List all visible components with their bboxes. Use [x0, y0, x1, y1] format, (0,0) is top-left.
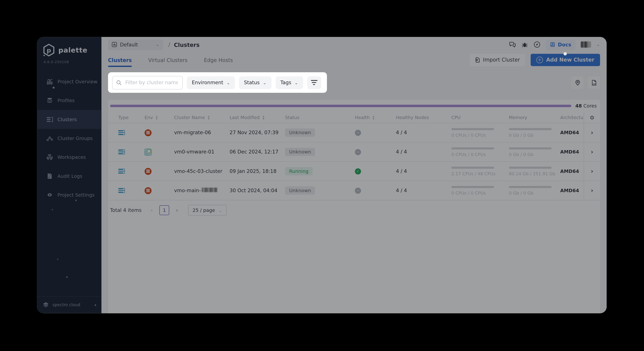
status-badge: Unknown	[285, 148, 315, 156]
project-icon	[112, 42, 117, 47]
sidebar-item-workspaces[interactable]: Workspaces	[37, 148, 102, 167]
healthy-nodes: 4 / 4	[396, 130, 407, 136]
sidebar-item-project-overview[interactable]: Project Overview	[37, 72, 102, 91]
environment-filter[interactable]: Environment ⌄	[187, 76, 235, 89]
cluster-name[interactable]: vmo-main-	[174, 188, 217, 193]
health-unknown-icon: −	[355, 129, 361, 136]
table-body: vm-migrate-06 27 Nov 2024, 07:39 Unknown…	[108, 123, 600, 200]
decor-dot	[52, 87, 54, 89]
tags-filter[interactable]: Tags ⌄	[276, 76, 303, 89]
col-memory: Memory	[503, 112, 558, 123]
cluster-name[interactable]: vm0-vmware-01	[174, 149, 214, 155]
architecture: AMD64	[560, 188, 579, 193]
memory-value: 0 Gb / 0 Gb	[509, 132, 552, 137]
sidebar-item-cluster-groups[interactable]: Cluster Groups	[37, 129, 102, 148]
status-filter[interactable]: Status ⌄	[239, 76, 271, 89]
clusters-card: 48 Cores Type Env▲▼ Cluster Name▲▼ Last …	[108, 100, 600, 313]
cpu-value: 0 CPUs / 0 CPUs	[452, 190, 494, 195]
row-chevron-right-icon[interactable]: ›	[591, 129, 593, 136]
table-row[interactable]: vm0-vmware-01 06 Dec 2024, 12:17 Unknown…	[108, 142, 600, 161]
palette-logo-icon: p	[43, 43, 55, 57]
export-csv-button[interactable]: csv	[588, 76, 600, 89]
tab-edge-hosts[interactable]: Edge Hosts	[204, 57, 233, 67]
cores-value: 48	[575, 103, 582, 109]
cpu-value: 0 CPUs / 0 CPUs	[452, 132, 494, 137]
bug-icon	[521, 41, 528, 48]
row-chevron-right-icon[interactable]: ›	[591, 187, 593, 194]
tab-virtual-clusters[interactable]: Virtual Clusters	[148, 57, 188, 67]
table-row[interactable]: vmo-45c-03-cluster 09 Jan 2025, 18:18 Ru…	[108, 161, 600, 181]
col-architecture: Architecture	[558, 112, 584, 123]
docs-button[interactable]: Docs	[546, 39, 575, 50]
cluster-name[interactable]: vm-migrate-06	[174, 130, 211, 136]
svg-text:csv: csv	[592, 83, 596, 85]
col-health[interactable]: Health▲▼	[349, 112, 390, 123]
row-chevron-right-icon[interactable]: ›	[591, 168, 593, 175]
cores-usage-bar	[110, 105, 571, 107]
cpu-value: 0 CPUs / 0 CPUs	[452, 152, 494, 157]
user-locale-flag[interactable]	[581, 41, 591, 48]
cpu-bar	[452, 186, 494, 188]
env-vsphere-icon	[145, 148, 152, 155]
health-unknown-icon: −	[355, 149, 361, 155]
report-bug-button[interactable]	[521, 41, 528, 48]
main-area: Default ⌄ / Clusters	[102, 37, 606, 313]
last-modified: 06 Dec 2024, 12:17	[230, 149, 278, 155]
sidebar-item-label: Profiles	[58, 98, 75, 103]
feedback-chat-button[interactable]	[509, 41, 516, 48]
pagination-next-button[interactable]: ›	[176, 207, 178, 213]
tags-filter-label: Tags	[280, 80, 291, 85]
sort-icon[interactable]: ▲▼	[372, 115, 374, 120]
memory-bar	[509, 167, 552, 169]
sidebar-item-profiles[interactable]: Profiles	[37, 91, 102, 110]
col-cluster-name[interactable]: Cluster Name▲▼	[168, 112, 224, 123]
decor-dot	[66, 276, 68, 278]
table-row[interactable]: vmo-main- 30 Oct 2024, 04:04 Unknown − 4…	[108, 181, 600, 200]
cluster-search[interactable]	[112, 76, 183, 89]
add-new-cluster-button[interactable]: + Add New Cluster	[530, 53, 600, 66]
col-settings[interactable]: ⚙	[584, 112, 600, 123]
healthy-nodes: 4 / 4	[396, 188, 407, 193]
pagination-prev-button[interactable]: ‹	[150, 207, 153, 213]
sort-icon[interactable]: ▲▼	[262, 115, 264, 120]
import-cluster-button[interactable]: Import Cluster	[470, 53, 525, 66]
col-type: Type	[108, 112, 134, 123]
filter-lines-icon	[311, 80, 317, 81]
cluster-type-icon	[118, 150, 125, 154]
row-chevron-right-icon[interactable]: ›	[591, 148, 593, 156]
sidebar-collapse-button[interactable]: ‹	[94, 302, 96, 308]
search-input[interactable]	[124, 79, 178, 86]
pagination: Total 4 items ‹ 1 › 25 / page ⌄	[108, 200, 600, 216]
col-last-modified[interactable]: Last Modified▲▼	[224, 112, 279, 123]
page-size-select[interactable]: 25 / page ⌄	[188, 205, 227, 216]
sidebar-item-project-settings[interactable]: Project Settings	[37, 186, 102, 204]
screen: p palette 4.6.0-250108 Project Overview	[0, 0, 644, 351]
brand: p palette	[37, 37, 102, 57]
col-env[interactable]: Env▲▼	[134, 112, 168, 123]
import-icon	[475, 57, 480, 62]
sidebar-footer: spectro cloud ‹	[37, 297, 102, 313]
column-settings-gear-icon[interactable]: ⚙	[590, 114, 594, 121]
advanced-filter-button[interactable]	[307, 76, 321, 89]
pagination-page-1[interactable]: 1	[160, 205, 169, 215]
health-unknown-icon: −	[355, 187, 361, 194]
cluster-type-icon	[118, 169, 125, 173]
explore-button[interactable]	[534, 41, 540, 48]
architecture: AMD64	[560, 168, 579, 174]
location-pin-icon	[574, 79, 581, 86]
map-view-button[interactable]	[571, 76, 584, 89]
memory-bar	[509, 128, 552, 130]
breadcrumb-separator: /	[168, 41, 170, 48]
chevron-down-icon[interactable]: ⌄	[596, 42, 600, 47]
table-row[interactable]: vm-migrate-06 27 Nov 2024, 07:39 Unknown…	[108, 123, 600, 142]
sidebar-item-audit-logs[interactable]: Audit Logs	[37, 167, 102, 186]
sort-icon[interactable]: ▲▼	[156, 115, 158, 120]
sort-icon[interactable]: ▲▼	[208, 115, 210, 120]
cluster-name[interactable]: vmo-45c-03-cluster	[174, 168, 222, 174]
tab-clusters[interactable]: Clusters	[108, 57, 132, 67]
project-selector[interactable]: Default ⌄	[108, 39, 163, 50]
cores-unit: Cores	[583, 103, 597, 109]
app-version: 4.6.0-250108	[37, 57, 102, 64]
sidebar-item-clusters[interactable]: Clusters	[37, 110, 102, 129]
sidebar-item-label: Cluster Groups	[58, 136, 93, 141]
